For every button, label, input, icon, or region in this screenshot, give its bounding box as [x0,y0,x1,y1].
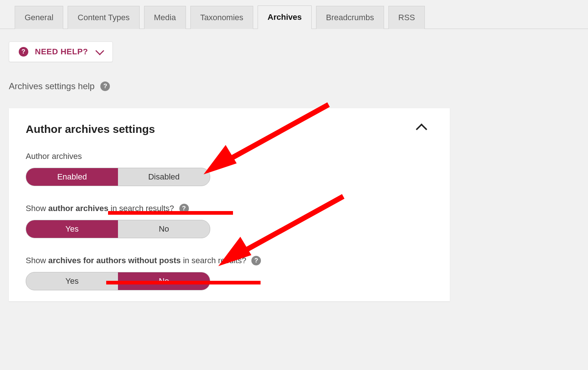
tab-media[interactable]: Media [144,6,186,29]
need-help-button[interactable]: ? NEED HELP? [9,41,113,62]
show-author-archives-no[interactable]: No [118,220,210,238]
help-icon[interactable]: ? [179,204,189,213]
panel-header: Author archives settings [26,123,433,135]
help-icon[interactable]: ? [251,256,261,265]
show-empty-author-archives-toggle[interactable]: Yes No [26,272,210,290]
show-empty-author-archives-no[interactable]: No [118,272,210,290]
help-icon[interactable]: ? [100,81,110,91]
show-author-archives-label: Show author archives in search results? … [26,204,433,213]
show-empty-author-archives-yes[interactable]: Yes [26,272,118,290]
tab-breadcrumbs[interactable]: Breadcrumbs [316,6,384,29]
settings-tabs: General Content Types Media Taxonomies A… [0,0,588,29]
author-archives-toggle[interactable]: Enabled Disabled [26,168,210,186]
author-archives-disabled[interactable]: Disabled [118,168,210,186]
tab-general[interactable]: General [15,6,63,29]
tab-taxonomies[interactable]: Taxonomies [190,6,253,29]
show-author-archives-yes[interactable]: Yes [26,220,118,238]
panel-title: Author archives settings [26,123,155,135]
show-author-archives-toggle[interactable]: Yes No [26,220,210,238]
chevron-down-icon [96,46,104,55]
author-archives-enabled[interactable]: Enabled [26,168,118,186]
tab-content-types[interactable]: Content Types [68,6,139,29]
archives-settings-help: Archives settings help ? [9,81,588,91]
archives-settings-help-label: Archives settings help [9,81,94,91]
question-icon: ? [19,47,28,57]
need-help-label: NEED HELP? [35,47,88,57]
tab-rss[interactable]: RSS [388,6,425,29]
show-empty-author-archives-label: Show archives for authors without posts … [26,256,433,265]
author-archives-panel: Author archives settings Author archives… [9,108,450,301]
annotation-arrow-icon [193,101,340,178]
collapse-icon[interactable] [416,123,427,135]
tab-archives[interactable]: Archives [258,6,312,29]
author-archives-label: Author archives [26,152,433,161]
